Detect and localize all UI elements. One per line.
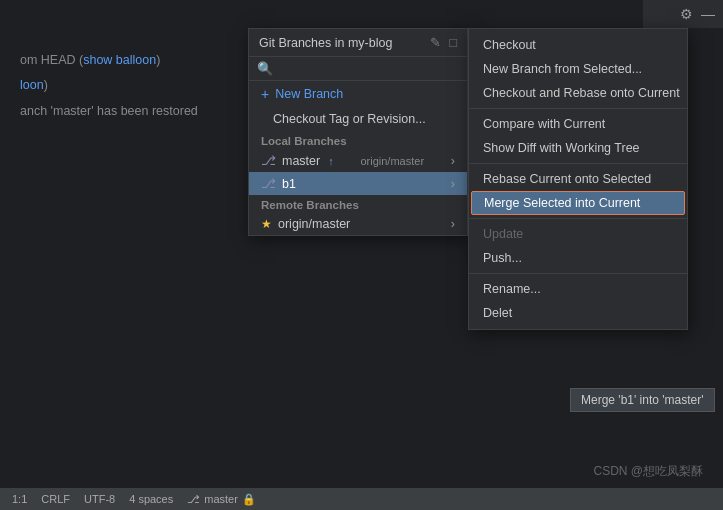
minimize-icon[interactable]: —	[701, 6, 715, 22]
encoding[interactable]: UTF-8	[84, 493, 115, 505]
branch-icon: ⎇	[187, 493, 200, 506]
branch-icon: ⎇	[261, 176, 276, 191]
chevron-right-icon: ›	[451, 177, 455, 191]
checkout-rebase-button[interactable]: Checkout and Rebase onto Current	[469, 81, 687, 105]
popup-search: 🔍	[249, 57, 467, 81]
checkout-tag-button[interactable]: Checkout Tag or Revision...	[249, 107, 467, 131]
lock-icon: 🔒	[242, 493, 256, 506]
branch-item-origin-master[interactable]: ★ origin/master ›	[249, 213, 467, 235]
merge-selected-button[interactable]: Merge Selected into Current	[471, 191, 685, 215]
rename-button[interactable]: Rename...	[469, 277, 687, 301]
search-icon: 🔍	[257, 61, 273, 76]
gear-icon[interactable]: ⚙	[680, 6, 693, 22]
branch-item-master[interactable]: ⎇ master ↑ origin/master ›	[249, 149, 467, 172]
rebase-current-button[interactable]: Rebase Current onto Selected	[469, 167, 687, 191]
push-button[interactable]: Push...	[469, 246, 687, 270]
editor-line-2: loon)	[20, 75, 230, 96]
top-bar: ⚙ —	[643, 0, 723, 28]
separator-1	[469, 108, 687, 109]
compare-with-current-button[interactable]: Compare with Current	[469, 112, 687, 136]
popup-header: Git Branches in my-blog ✎ □	[249, 29, 467, 57]
status-bar: 1:1 CRLF UTF-8 4 spaces ⎇ master 🔒	[0, 488, 723, 510]
remote-branches-label: Remote Branches	[249, 195, 467, 213]
line-ending[interactable]: CRLF	[41, 493, 70, 505]
chevron-right-icon: ›	[451, 154, 455, 168]
indent[interactable]: 4 spaces	[129, 493, 173, 505]
checkout-button[interactable]: Checkout	[469, 33, 687, 57]
editor-line-3: anch 'master' has been restored	[20, 101, 230, 122]
balloon-link[interactable]: loon	[20, 78, 44, 92]
update-button: Update	[469, 222, 687, 246]
branch-item-b1[interactable]: ⎇ b1 ›	[249, 172, 467, 195]
arrow-up-icon: ↑	[328, 155, 334, 167]
show-diff-button[interactable]: Show Diff with Working Tree	[469, 136, 687, 160]
separator-4	[469, 273, 687, 274]
edit-icon[interactable]: ✎	[430, 35, 441, 50]
window-icon[interactable]: □	[449, 35, 457, 50]
context-menu: Checkout New Branch from Selected... Che…	[468, 28, 688, 330]
watermark: CSDN @想吃凤梨酥	[593, 463, 703, 480]
delete-button[interactable]: Delet	[469, 301, 687, 325]
separator-3	[469, 218, 687, 219]
git-branches-popup: Git Branches in my-blog ✎ □ 🔍 + New Bran…	[248, 28, 468, 236]
local-branches-label: Local Branches	[249, 131, 467, 149]
cursor-position[interactable]: 1:1	[12, 493, 27, 505]
chevron-right-icon: ›	[451, 217, 455, 231]
search-input[interactable]	[279, 62, 459, 76]
plus-icon: +	[261, 86, 269, 102]
star-icon: ★	[261, 217, 272, 231]
branch-indicator[interactable]: ⎇ master 🔒	[187, 493, 256, 506]
editor-area: om HEAD (show balloon) loon) anch 'maste…	[0, 40, 250, 136]
new-branch-button[interactable]: + New Branch	[249, 81, 467, 107]
popup-header-icons: ✎ □	[430, 35, 457, 50]
editor-line-1: om HEAD (show balloon)	[20, 50, 230, 71]
branch-icon: ⎇	[261, 153, 276, 168]
merge-tooltip: Merge 'b1' into 'master'	[570, 388, 715, 412]
popup-title: Git Branches in my-blog	[259, 36, 392, 50]
separator-2	[469, 163, 687, 164]
show-balloon-link[interactable]: show balloon	[83, 53, 156, 67]
new-branch-from-selected-button[interactable]: New Branch from Selected...	[469, 57, 687, 81]
